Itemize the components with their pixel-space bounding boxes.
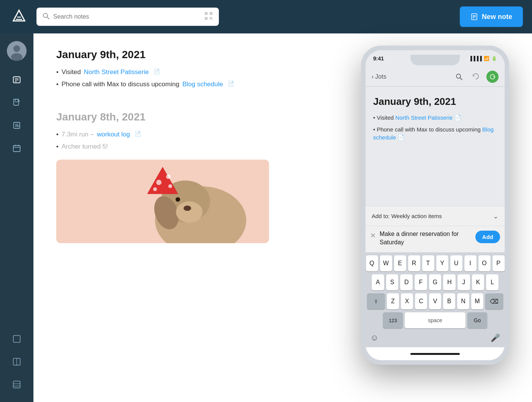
search-nav-button[interactable] bbox=[453, 71, 465, 83]
svg-point-14 bbox=[13, 45, 20, 52]
key-n[interactable]: N bbox=[457, 293, 469, 309]
key-m[interactable]: M bbox=[471, 293, 483, 309]
shift-key[interactable]: ⇧ bbox=[367, 293, 385, 309]
key-f[interactable]: F bbox=[415, 274, 427, 290]
phone-note-link-1[interactable]: North Street Patisserie bbox=[395, 114, 453, 121]
keyboard-row-1: Q W E R T Y U I O P bbox=[367, 255, 503, 271]
note-doc-icon-3: 📄 bbox=[135, 131, 141, 137]
key-b[interactable]: B bbox=[443, 293, 455, 309]
phone-note-content: January 9th, 2021 • Visited North Street… bbox=[366, 87, 505, 206]
svg-rect-3 bbox=[210, 13, 212, 14]
sidebar-item-tasks[interactable] bbox=[7, 116, 27, 135]
sidebar-item-view1[interactable] bbox=[7, 329, 27, 349]
note-doc-icon-2: 📄 bbox=[228, 81, 234, 87]
key-d[interactable]: D bbox=[400, 274, 413, 290]
key-p[interactable]: P bbox=[492, 255, 505, 271]
sync-button[interactable] bbox=[486, 71, 499, 83]
key-v[interactable]: V bbox=[429, 293, 441, 309]
note-doc-icon-1: 📄 bbox=[154, 68, 160, 74]
wifi-icon: 📶 bbox=[484, 56, 489, 61]
svg-point-15 bbox=[11, 53, 22, 61]
svg-point-46 bbox=[153, 187, 157, 191]
key-h[interactable]: H bbox=[443, 274, 456, 290]
phone-input-text[interactable]: Make a dinner reservation for Saturday bbox=[380, 230, 472, 247]
svg-point-48 bbox=[456, 74, 461, 78]
phone-note-link-2[interactable]: Blog schedule bbox=[373, 126, 494, 141]
phone-home-bar bbox=[366, 347, 505, 360]
sidebar-item-view2[interactable] bbox=[7, 352, 27, 372]
add-to-label: Add to: Weekly action items bbox=[372, 213, 442, 219]
phone-input-area: ✕ Make a dinner reservation for Saturday… bbox=[366, 226, 505, 252]
add-to-bar[interactable]: Add to: Weekly action items ⌄ bbox=[366, 206, 505, 226]
back-button[interactable]: ‹ Jots bbox=[372, 73, 386, 80]
signal-icon: ▐▐▐▐ bbox=[469, 56, 482, 61]
svg-point-41 bbox=[176, 197, 180, 202]
phone-screen: 9:41 ▐▐▐▐ 📶 🔋 ‹ Jots bbox=[366, 50, 505, 360]
note-link-workout[interactable]: workout log bbox=[97, 131, 130, 138]
key-t[interactable]: T bbox=[422, 255, 434, 271]
note-prefix-1: Visited bbox=[62, 68, 81, 76]
key-i[interactable]: I bbox=[464, 255, 477, 271]
header: New note bbox=[0, 0, 532, 33]
delete-key[interactable]: ⌫ bbox=[485, 293, 503, 309]
mic-button[interactable]: 🎤 bbox=[491, 333, 500, 342]
sidebar-item-notes[interactable] bbox=[7, 70, 27, 90]
bullet-3: • bbox=[56, 131, 59, 138]
back-label: Jots bbox=[375, 73, 386, 80]
add-button[interactable]: Add bbox=[475, 231, 500, 243]
key-y[interactable]: Y bbox=[436, 255, 448, 271]
keyboard: Q W E R T Y U I O P A S D F G bbox=[366, 252, 505, 347]
key-k[interactable]: K bbox=[472, 274, 484, 290]
keyboard-row-2: A S D F G H J K L bbox=[367, 274, 503, 290]
new-note-label: New note bbox=[482, 13, 512, 21]
key-s[interactable]: S bbox=[386, 274, 399, 290]
key-x[interactable]: X bbox=[401, 293, 413, 309]
phone-note-date: January 9th, 2021 bbox=[373, 96, 497, 108]
note-link-blog[interactable]: Blog schedule bbox=[182, 81, 223, 88]
battery-icon: 🔋 bbox=[491, 56, 497, 61]
search-input[interactable] bbox=[53, 13, 201, 20]
key-e[interactable]: E bbox=[394, 255, 406, 271]
phone-notch bbox=[410, 55, 460, 65]
key-g[interactable]: G bbox=[429, 274, 442, 290]
search-bar[interactable] bbox=[36, 8, 219, 26]
key-a[interactable]: A bbox=[372, 274, 384, 290]
sidebar-item-documents[interactable] bbox=[7, 93, 27, 112]
note-prefix-archer: Archer turned 5! bbox=[62, 143, 108, 150]
key-j[interactable]: J bbox=[458, 274, 470, 290]
space-key[interactable]: space bbox=[405, 312, 466, 328]
key-r[interactable]: R bbox=[408, 255, 420, 271]
sidebar-bottom bbox=[7, 329, 27, 394]
svg-point-45 bbox=[166, 174, 171, 179]
sidebar-item-view3[interactable] bbox=[7, 375, 27, 394]
sidebar bbox=[0, 33, 33, 402]
go-key[interactable]: Go bbox=[467, 312, 487, 328]
clear-input-button[interactable]: ✕ bbox=[370, 231, 376, 240]
bullet-2: • bbox=[56, 81, 59, 88]
key-o[interactable]: O bbox=[478, 255, 491, 271]
keyboard-extras: ☺ 🎤 bbox=[367, 331, 503, 346]
sidebar-item-calendar[interactable] bbox=[7, 138, 27, 158]
search-icon bbox=[43, 13, 49, 21]
key-u[interactable]: U bbox=[450, 255, 462, 271]
svg-line-1 bbox=[47, 17, 49, 19]
undo-nav-button[interactable] bbox=[470, 71, 482, 83]
new-note-button[interactable]: New note bbox=[460, 6, 523, 27]
key-q[interactable]: Q bbox=[366, 255, 378, 271]
note-link-patisserie[interactable]: North Street Patisserie bbox=[84, 68, 149, 76]
status-icons: ▐▐▐▐ 📶 🔋 bbox=[469, 56, 497, 61]
phone-note-item-1: • Visited North Street Patisserie 📄 bbox=[373, 114, 497, 122]
key-c[interactable]: C bbox=[415, 293, 427, 309]
svg-line-49 bbox=[460, 78, 462, 80]
num-key[interactable]: 123 bbox=[383, 312, 403, 328]
key-l[interactable]: L bbox=[486, 274, 499, 290]
svg-rect-4 bbox=[205, 17, 207, 19]
emoji-button[interactable]: ☺ bbox=[370, 333, 378, 343]
avatar[interactable] bbox=[7, 41, 27, 61]
svg-rect-32 bbox=[13, 381, 20, 388]
phone-nav-bar: ‹ Jots bbox=[366, 67, 505, 87]
key-w[interactable]: W bbox=[380, 255, 392, 271]
key-z[interactable]: Z bbox=[387, 293, 399, 309]
keyboard-row-4: 123 space Go bbox=[367, 312, 503, 328]
note-prefix-2: Phone call with Max to discuss upcoming bbox=[62, 81, 179, 88]
